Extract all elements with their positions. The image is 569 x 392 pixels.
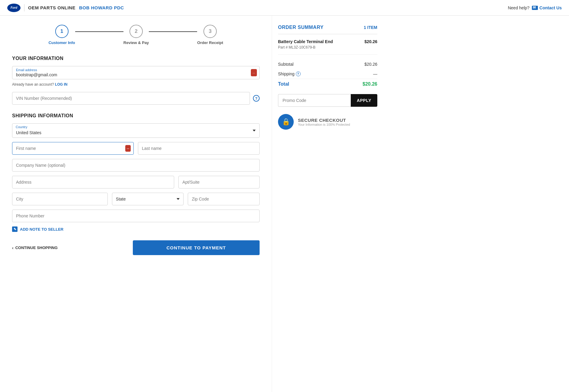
state-select[interactable]: State bbox=[112, 193, 184, 205]
promo-row: APPLY bbox=[278, 94, 377, 107]
order-item-row: Battery Cable Terminal End $20.26 bbox=[278, 39, 377, 44]
vin-help-icon[interactable]: ? bbox=[253, 95, 260, 102]
total-row: Total $20.26 bbox=[278, 79, 377, 89]
zip-input[interactable] bbox=[188, 193, 260, 205]
company-field-group bbox=[12, 159, 260, 172]
address-input[interactable] bbox=[12, 176, 174, 188]
vin-row: ? bbox=[12, 92, 260, 105]
first-name-input[interactable] bbox=[12, 142, 134, 155]
step-1-label: Customer Info bbox=[49, 40, 75, 45]
total-value: $20.26 bbox=[363, 81, 377, 87]
total-label: Total bbox=[278, 81, 289, 87]
country-select[interactable]: United States bbox=[12, 123, 260, 138]
email-label: Email address bbox=[16, 68, 247, 72]
email-value: bootstrap@gmail.com bbox=[16, 72, 57, 77]
apt-group bbox=[178, 176, 260, 188]
email-field-group: Email address bootstrap@gmail.com ··· bbox=[12, 66, 260, 79]
ford-logo: Ford bbox=[7, 4, 21, 12]
city-state-row: State bbox=[12, 193, 260, 205]
email-autofill-icon[interactable]: ··· bbox=[251, 69, 257, 76]
step-2: 2 Review & Pay bbox=[123, 25, 149, 45]
secure-checkout: 🔒 SECURE CHECKOUT Your Information is 10… bbox=[278, 114, 377, 130]
last-name-group bbox=[138, 142, 260, 155]
country-field-group: Country United States bbox=[12, 123, 260, 138]
add-note-icon: ✎ bbox=[12, 226, 18, 232]
step-line-2 bbox=[149, 31, 197, 32]
lock-circle: 🔒 bbox=[278, 114, 294, 130]
order-item: Battery Cable Terminal End $20.26 Part #… bbox=[278, 39, 377, 55]
order-item-name: Battery Cable Terminal End bbox=[278, 39, 361, 44]
shipping-information-title: SHIPPING INFORMATION bbox=[12, 113, 260, 119]
apply-label: APPLY bbox=[357, 98, 371, 103]
main-content: 1 Customer Info 2 Review & Pay 3 Order R… bbox=[0, 16, 272, 392]
step-3-number: 3 bbox=[209, 28, 212, 34]
step-line-1 bbox=[75, 31, 123, 32]
shipping-label-row: Shipping ? bbox=[278, 71, 301, 76]
subtotal-value: $20.26 bbox=[364, 62, 377, 67]
add-note-label: ADD NOTE TO SELLER bbox=[20, 227, 63, 232]
state-group: State bbox=[112, 193, 184, 205]
add-note-link[interactable]: ✎ ADD NOTE TO SELLER bbox=[12, 226, 260, 232]
secure-text-block: SECURE CHECKOUT Your Information is 100%… bbox=[298, 118, 350, 126]
header-left: Ford OEM PARTS ONLINE BOB HOWARD PDC bbox=[7, 4, 124, 12]
your-information-title: YOUR INFORMATION bbox=[12, 56, 260, 61]
ford-logo-text: Ford bbox=[11, 6, 17, 9]
page-container: 1 Customer Info 2 Review & Pay 3 Order R… bbox=[0, 16, 569, 392]
step-3-circle: 3 bbox=[203, 25, 217, 38]
order-summary-header: ORDER SUMMARY 1 ITEM bbox=[278, 25, 377, 34]
shipping-value: — bbox=[373, 71, 377, 76]
company-input[interactable] bbox=[12, 159, 260, 172]
contact-us-label: Contact Us bbox=[539, 5, 562, 10]
order-summary-title: ORDER SUMMARY bbox=[278, 25, 324, 30]
subtotal-row: Subtotal $20.26 bbox=[278, 59, 377, 69]
order-item-part: Part # ML3Z-10C679-B bbox=[278, 45, 377, 49]
zip-group bbox=[188, 193, 260, 205]
log-in-link[interactable]: LOG IN bbox=[55, 82, 67, 87]
address-row bbox=[12, 176, 260, 188]
promo-code-input[interactable] bbox=[278, 94, 351, 107]
steps-container: 1 Customer Info 2 Review & Pay 3 Order R… bbox=[12, 25, 260, 45]
country-label: Country bbox=[16, 125, 27, 129]
continue-payment-button[interactable]: CONTINUE TO PAYMENT bbox=[133, 240, 260, 255]
brand-name: OEM PARTS ONLINE bbox=[28, 5, 75, 10]
city-input[interactable] bbox=[12, 193, 108, 205]
subtotal-label: Subtotal bbox=[278, 62, 293, 67]
vin-input[interactable] bbox=[12, 92, 250, 105]
header: Ford OEM PARTS ONLINE BOB HOWARD PDC Nee… bbox=[0, 0, 569, 16]
bottom-actions: ‹ CONTINUE SHOPPING CONTINUE TO PAYMENT bbox=[12, 240, 260, 255]
secure-checkout-title: SECURE CHECKOUT bbox=[298, 118, 350, 123]
first-name-autofill-icon[interactable]: ··· bbox=[125, 145, 131, 152]
step-2-circle: 2 bbox=[129, 25, 143, 38]
step-3-label: Order Receipt bbox=[197, 40, 223, 45]
name-row: ··· bbox=[12, 142, 260, 159]
header-right: Need help? Contact Us bbox=[508, 5, 562, 10]
step-2-number: 2 bbox=[135, 28, 137, 34]
order-summary-sidebar: ORDER SUMMARY 1 ITEM Battery Cable Termi… bbox=[272, 16, 386, 392]
secure-checkout-subtitle: Your Information is 100% Protected bbox=[298, 123, 350, 126]
step-3: 3 Order Receipt bbox=[197, 25, 223, 45]
step-2-label: Review & Pay bbox=[123, 40, 149, 45]
chevron-left-icon: ‹ bbox=[12, 245, 14, 250]
step-1: 1 Customer Info bbox=[49, 25, 75, 45]
continue-shopping-link[interactable]: ‹ CONTINUE SHOPPING bbox=[12, 245, 58, 250]
shipping-row: Shipping ? — bbox=[278, 69, 377, 79]
phone-input[interactable] bbox=[12, 210, 260, 222]
first-name-group: ··· bbox=[12, 142, 134, 155]
phone-field-group bbox=[12, 210, 260, 222]
dealer-name: BOB HOWARD PDC bbox=[79, 5, 124, 10]
last-name-input[interactable] bbox=[138, 142, 260, 155]
shipping-help-icon[interactable]: ? bbox=[296, 71, 301, 76]
item-count-badge: 1 ITEM bbox=[364, 25, 377, 30]
apply-promo-button[interactable]: APPLY bbox=[351, 94, 377, 107]
step-1-number: 1 bbox=[60, 28, 63, 34]
city-group bbox=[12, 193, 108, 205]
address-main-group bbox=[12, 176, 174, 188]
shipping-label: Shipping bbox=[278, 71, 295, 76]
apt-input[interactable] bbox=[178, 176, 260, 188]
mail-icon bbox=[532, 6, 538, 10]
contact-us-link[interactable]: Contact Us bbox=[532, 5, 562, 10]
brand-divider bbox=[24, 4, 24, 11]
order-item-price: $20.26 bbox=[364, 39, 377, 44]
need-help-text: Need help? bbox=[508, 5, 529, 10]
already-account-text: Already have an account? LOG IN bbox=[12, 82, 260, 87]
